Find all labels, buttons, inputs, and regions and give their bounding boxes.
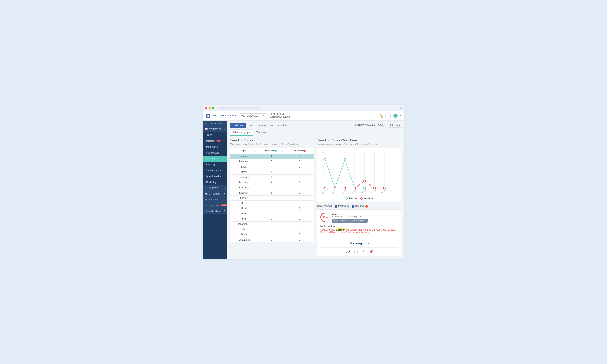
plus-icon: +: [347, 205, 349, 208]
table-row[interactable]: Hotel11: [230, 206, 314, 211]
sidebar-label: SETTINGS: [209, 210, 220, 212]
svg-point-32: [373, 187, 375, 189]
hatch-icon: [271, 124, 273, 127]
phone-icon[interactable]: ▯: [384, 114, 388, 117]
panel-subtitle: Your reviews including positive & negati…: [230, 143, 314, 145]
sidebar-label: STREAMS: [209, 193, 220, 195]
hatch-icon: [250, 124, 252, 127]
legend-positive-marker: [346, 197, 348, 199]
sidebar-item-ranking[interactable]: Ranking: [203, 162, 227, 168]
svg-point-30: [354, 187, 356, 189]
table-row[interactable]: Hotel40: [230, 169, 314, 174]
col-negative[interactable]: Negative−▴▾: [285, 148, 314, 154]
table-row[interactable]: Lage70: [230, 164, 314, 169]
sidebar-label: GUESTS: [209, 187, 218, 189]
sidebar-label: STATISTICS: [209, 128, 222, 130]
table-row[interactable]: Location20: [230, 190, 314, 195]
badge-icon[interactable]: 🏷!: [379, 114, 382, 117]
report-icon: ▦: [205, 198, 208, 201]
sidebar-item-semantics[interactable]: Semantics: [203, 156, 227, 162]
minimize-dot[interactable]: [209, 107, 211, 109]
table-row[interactable]: Rezeption30: [230, 180, 314, 185]
sidebar-statistics[interactable]: 📊STATISTICS: [203, 126, 227, 132]
brand-logo-icon: ◉: [206, 114, 210, 118]
hotel-name: HOTEL EAGLE: [269, 113, 290, 116]
sidebar-item-distribution[interactable]: Distribution: [203, 144, 227, 150]
sidebar-label: TARGETS: [208, 204, 219, 207]
sidebar-item-competition[interactable]: Competition: [203, 150, 227, 156]
table-row[interactable]: Zimmer91: [230, 154, 314, 159]
url-bar: [218, 107, 399, 109]
sidebar-targets[interactable]: ◎TARGETSnew: [203, 202, 227, 208]
review-actions: 💬 ◯ ↗ 📌: [320, 247, 398, 253]
table-row[interactable]: Staff10: [230, 227, 314, 232]
score-value: 30%: [322, 216, 328, 219]
targets-icon: ◎: [205, 204, 207, 207]
review-date: 5 weeks ago (31/05/2021) | DE: [332, 215, 368, 218]
sidebar-item-questionnaire[interactable]: Questionnaire: [203, 173, 227, 179]
hotel-selector[interactable]: HOTEL EAGLE: [240, 113, 266, 118]
brand-text: CUSTOMER ALLIANCE: [212, 115, 237, 117]
svg-point-22: [344, 158, 346, 160]
pin-icon[interactable]: 📌: [369, 249, 373, 253]
sidebar-item-marketing[interactable]: Marketing: [203, 179, 227, 185]
hotel-selector-value: HOTEL EAGLE: [242, 115, 258, 117]
zoom-dot[interactable]: [212, 107, 214, 109]
checkbox-positive[interactable]: ✓: [335, 205, 337, 208]
tab-my-hotel[interactable]: My Hotel: [230, 122, 246, 128]
subtab-wordcloud[interactable]: Word cloud: [253, 130, 271, 136]
panel-title: Trending Topics Over Time: [317, 138, 401, 142]
checkbox-negative[interactable]: ✓: [352, 205, 355, 208]
table-row[interactable]: Lecker10: [230, 195, 314, 200]
settings-icon: ⚙: [205, 210, 208, 212]
table-row[interactable]: Ausstattung10: [230, 237, 314, 242]
col-positive[interactable]: Positive+▴▾: [257, 148, 285, 154]
table-row[interactable]: Tiefgarage40: [230, 174, 314, 180]
expand-icon[interactable]: ⌄: [320, 235, 398, 238]
subtab-table-graph[interactable]: Table and graph: [230, 130, 253, 136]
sidebar-report[interactable]: ▦REPORT: [203, 197, 227, 202]
panel-title: Trending Topics: [230, 138, 314, 142]
svg-text:0: 0: [323, 187, 324, 189]
sidebar-settings[interactable]: ⚙SETTINGS: [203, 208, 227, 214]
tab-competitors[interactable]: Competitors: [269, 122, 289, 128]
close-dot[interactable]: [205, 107, 207, 109]
svg-text:1: 1: [323, 180, 324, 182]
table-row[interactable]: Team10: [230, 232, 314, 237]
chart-card: 01234501 / 202102 / 202103 / 202104 / 20…: [317, 148, 401, 202]
brand: ◉ CUSTOMER ALLIANCE: [206, 114, 237, 118]
table-row[interactable]: Preis10: [230, 211, 314, 216]
sidebar-item-insights[interactable]: Insights10: [203, 138, 227, 144]
svg-point-28: [334, 187, 336, 189]
svg-point-27: [324, 187, 326, 189]
reply-icon[interactable]: 💬: [346, 249, 350, 253]
table-row[interactable]: Bett10: [230, 216, 314, 221]
sidebar-item-trend[interactable]: Trend: [203, 132, 227, 138]
table-row[interactable]: Haus10: [230, 200, 314, 206]
browser-window: × ◉ CUSTOMER ALLIANCE HOTEL EAGLE HOTEL …: [203, 105, 404, 259]
table-row[interactable]: Personal70: [230, 159, 314, 164]
share-icon[interactable]: ↗: [362, 249, 365, 253]
col-topic[interactable]: Topic▴▾: [230, 148, 257, 154]
sidebar-dashboard[interactable]: ◐DASHBOARD: [203, 121, 227, 126]
table-row[interactable]: Mitarbeiter10: [230, 221, 314, 227]
svg-text:4: 4: [323, 158, 324, 160]
filter-button[interactable]: FILTER ▾: [388, 123, 402, 128]
sidebar-streams[interactable]: 💬STREAMS: [203, 191, 227, 197]
minus-icon: −: [303, 150, 306, 152]
table-row[interactable]: Frühstück20: [230, 185, 314, 190]
sidebar-item-segmentation[interactable]: Segmentation: [203, 168, 227, 173]
chevron-down-icon[interactable]: ▾: [400, 115, 401, 117]
plus-icon: +: [274, 150, 277, 152]
trending-topics-panel: Trending Topics Your reviews including p…: [230, 138, 314, 242]
avatar[interactable]: [393, 114, 398, 118]
minus-icon: −: [365, 205, 368, 208]
close-icon[interactable]: ×: [400, 106, 402, 110]
comment-icon[interactable]: ◯: [354, 249, 358, 253]
sidebar-label: DASHBOARD: [209, 122, 223, 125]
date-range[interactable]: (06/01/2021 — 06/07/2021): [355, 124, 384, 127]
sidebar-guests[interactable]: 👥GUESTS: [203, 185, 227, 191]
highlight-word: Zimmer: [336, 228, 345, 231]
score-ring: 30%: [318, 210, 332, 224]
tab-comparison[interactable]: Comparison: [248, 122, 268, 128]
